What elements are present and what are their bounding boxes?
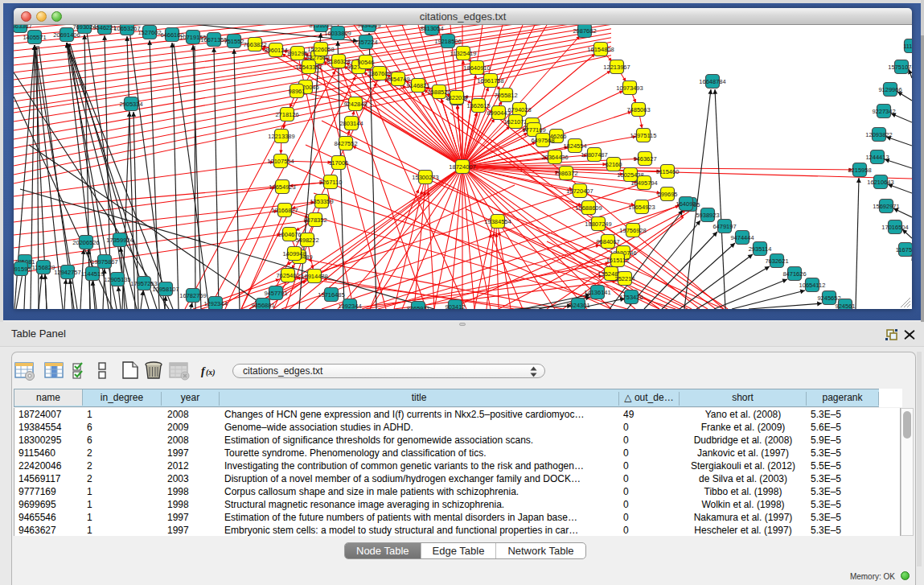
svg-text:8960124: 8960124 [264, 47, 287, 54]
svg-text:1753426: 1753426 [619, 294, 643, 301]
svg-text:11325419: 11325419 [450, 50, 477, 57]
svg-text:15226058: 15226058 [307, 46, 334, 53]
svg-text:9474444: 9474444 [730, 234, 754, 241]
svg-text:18807249: 18807249 [585, 220, 611, 228]
svg-text:1244413: 1244413 [865, 154, 889, 161]
svg-text:2718126: 2718126 [275, 111, 298, 118]
svg-text:252214: 252214 [614, 275, 634, 282]
svg-text:7624301: 7624301 [566, 302, 589, 309]
svg-text:1004676: 1004676 [277, 231, 301, 238]
svg-text:8151054: 8151054 [309, 25, 332, 29]
svg-text:6794028: 6794028 [507, 106, 531, 113]
svg-text:7485063: 7485063 [626, 106, 650, 113]
svg-text:20364436: 20364436 [541, 154, 568, 161]
svg-text:16154808: 16154808 [587, 46, 614, 53]
svg-text:10973493: 10973493 [616, 84, 643, 92]
svg-text:9146821: 9146821 [406, 82, 429, 89]
svg-text:2087682: 2087682 [573, 27, 596, 35]
svg-text:9129966: 9129966 [878, 86, 901, 93]
svg-text:9634509: 9634509 [357, 25, 380, 29]
svg-text:1409948: 1409948 [282, 250, 306, 257]
svg-text:19756928: 19756928 [619, 227, 646, 234]
svg-text:18640910: 18640910 [463, 64, 490, 72]
svg-text:164092: 164092 [676, 200, 696, 208]
svg-text:117006: 117006 [329, 159, 348, 167]
svg-text:16782759: 16782759 [179, 292, 206, 299]
svg-text:9245652: 9245652 [817, 295, 840, 302]
svg-text:12905135: 12905135 [104, 276, 130, 283]
svg-text:1824554: 1824554 [563, 142, 586, 150]
svg-text:11172: 11172 [903, 43, 912, 50]
svg-text:12213967: 12213967 [603, 64, 630, 71]
svg-text:9463627: 9463627 [633, 155, 656, 163]
svg-text:7357224: 7357224 [354, 39, 377, 46]
svg-text:391591: 391591 [14, 266, 31, 273]
svg-text:8878352: 8878352 [303, 216, 326, 224]
svg-text:7986372: 7986372 [554, 170, 577, 177]
svg-text:699695: 699695 [657, 191, 677, 198]
svg-text:116753: 116753 [896, 246, 912, 253]
svg-text:3267110: 3267110 [319, 179, 343, 186]
svg-text:18724007: 18724007 [449, 163, 475, 171]
svg-text:10958107: 10958107 [152, 286, 179, 293]
svg-text:9227342: 9227342 [872, 108, 895, 115]
svg-text:8265911: 8265911 [407, 305, 430, 310]
svg-text:6479197: 6479197 [713, 223, 736, 230]
svg-text:19218506: 19218506 [434, 38, 461, 45]
svg-text:19975867: 19975867 [91, 258, 117, 266]
svg-text:924561: 924561 [835, 303, 855, 310]
svg-text:9684067: 9684067 [596, 238, 619, 245]
svg-text:7955812: 7955812 [494, 92, 517, 99]
svg-text:8215958: 8215958 [848, 167, 871, 174]
svg-text:10688609: 10688609 [575, 204, 602, 212]
svg-text:10654112: 10654112 [799, 282, 826, 289]
svg-text:8471626: 8471626 [782, 270, 806, 278]
svg-text:9777169: 9777169 [522, 126, 545, 134]
svg-text:9356881: 9356881 [251, 302, 274, 309]
svg-text:16648784: 16648784 [699, 78, 725, 85]
svg-text:20691406: 20691406 [53, 31, 80, 39]
svg-text:10653267: 10653267 [113, 25, 140, 32]
svg-text:15720407: 15720407 [566, 187, 593, 195]
svg-text:6497568: 6497568 [531, 137, 554, 144]
svg-text:2905334: 2905334 [119, 101, 142, 108]
svg-text:5938923: 5938923 [696, 212, 719, 219]
svg-text:19654923: 19654923 [628, 204, 655, 211]
svg-text:9546221: 9546221 [92, 25, 116, 31]
svg-text:15692971: 15692971 [873, 203, 899, 210]
svg-text:16914479: 16914479 [301, 273, 327, 280]
svg-text:19654923: 19654923 [269, 183, 295, 191]
svg-text:9115460: 9115460 [656, 168, 680, 175]
svg-text:17359924: 17359924 [106, 237, 133, 244]
svg-text:1353359: 1353359 [310, 198, 333, 205]
svg-text:891295: 891295 [287, 50, 307, 57]
svg-text:1292344: 1292344 [203, 300, 227, 307]
svg-text:18495794: 18495794 [630, 179, 657, 187]
svg-text:12213389: 12213389 [268, 133, 294, 140]
svg-text:17016504: 17016504 [881, 224, 908, 231]
svg-text:15751074: 15751074 [888, 64, 912, 71]
svg-text:98961: 98961 [289, 88, 306, 95]
svg-text:751552: 751552 [224, 38, 244, 45]
svg-text:16210643: 16210643 [867, 179, 893, 186]
svg-text:8427552: 8427552 [334, 140, 357, 147]
svg-text:2803144: 2803144 [339, 120, 363, 127]
svg-text:10107554: 10107554 [267, 158, 294, 165]
svg-text:8990443: 8990443 [487, 109, 510, 117]
svg-text:7625402: 7625402 [276, 272, 299, 279]
svg-text:8813054: 8813054 [420, 25, 443, 32]
svg-text:12975115: 12975115 [630, 132, 657, 139]
svg-text:15716485: 15716485 [318, 291, 344, 299]
svg-text:16961758: 16961758 [477, 77, 503, 84]
svg-text:2935114: 2935114 [749, 245, 772, 253]
svg-text:19166827: 19166827 [271, 207, 298, 214]
svg-text:1144519: 1144519 [81, 270, 105, 278]
svg-text:1362615: 1362615 [466, 102, 490, 109]
svg-text:1663307: 1663307 [14, 25, 32, 30]
svg-text:9457791: 9457791 [264, 290, 287, 297]
svg-text:20206526: 20206526 [72, 239, 99, 246]
svg-text:1405571: 1405571 [23, 34, 46, 41]
svg-text:12942757: 12942757 [54, 269, 80, 276]
svg-text:90546: 90546 [358, 59, 375, 66]
svg-text:15300273: 15300273 [412, 174, 438, 181]
